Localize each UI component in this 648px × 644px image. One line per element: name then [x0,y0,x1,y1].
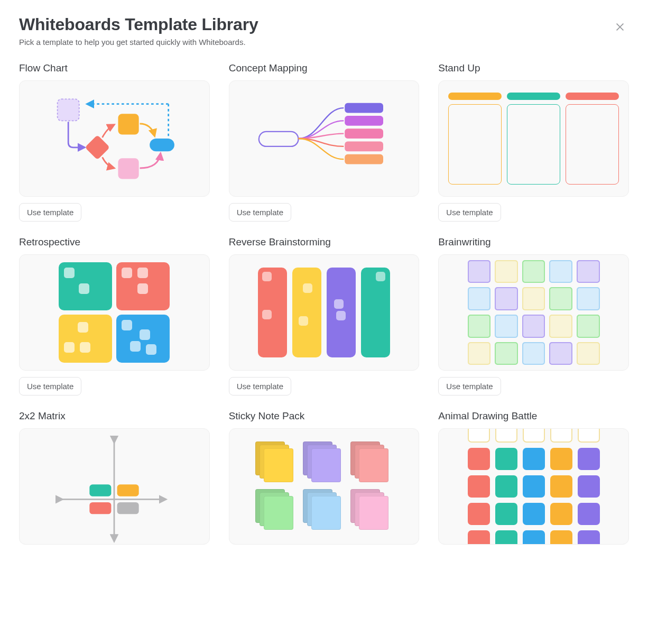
close-button[interactable] [611,18,629,36]
svg-rect-2 [118,114,139,134]
template-title: 2x2 Matrix [19,410,210,422]
svg-rect-4 [150,139,175,151]
template-thumbnail-brainwriting[interactable] [438,254,629,371]
template-grid: Flow Chart [19,62,629,545]
template-thumbnail-retrospective[interactable] [19,254,210,371]
template-card-2x2-matrix: 2x2 Matrix [19,410,210,545]
template-title: Stand Up [438,62,629,74]
template-title: Brainwriting [438,236,629,248]
svg-rect-8 [345,128,383,139]
template-card-reverse-brainstorming: Reverse Brainstorming Use template [229,236,420,395]
template-title: Sticky Note Pack [229,410,420,422]
template-title: Concept Mapping [229,62,420,74]
template-thumbnail-sticky-note-pack[interactable] [229,428,420,545]
template-thumbnail-animal-drawing-battle[interactable] [438,428,629,545]
svg-rect-15 [90,502,112,514]
use-template-button[interactable]: Use template [229,203,291,222]
template-card-concept-mapping: Concept Mapping Use template [229,62,420,222]
template-thumbnail-concept-mapping[interactable] [229,80,420,197]
template-thumbnail-flow-chart[interactable] [19,80,210,197]
page-title: Whiteboards Template Library [19,15,258,34]
template-thumbnail-2x2-matrix[interactable] [19,428,210,545]
svg-rect-1 [85,135,110,160]
svg-rect-6 [345,103,383,113]
template-card-flow-chart: Flow Chart [19,62,210,222]
template-thumbnail-stand-up[interactable] [438,80,629,197]
svg-rect-3 [118,158,139,179]
template-thumbnail-reverse-brainstorming[interactable] [229,254,420,371]
template-card-retrospective: Retrospective Use template [19,236,210,395]
template-title: Reverse Brainstorming [229,236,420,248]
template-title: Retrospective [19,236,210,248]
svg-rect-9 [345,142,383,152]
use-template-button[interactable]: Use template [19,377,81,395]
template-title: Flow Chart [19,62,210,74]
use-template-button[interactable]: Use template [19,203,81,222]
svg-rect-10 [345,154,383,164]
use-template-button[interactable]: Use template [438,203,501,222]
template-title: Animal Drawing Battle [438,410,629,422]
svg-rect-14 [117,484,139,496]
svg-rect-0 [58,99,79,121]
template-card-stand-up: Stand Up Use template [438,62,629,222]
svg-rect-13 [90,484,112,496]
template-card-sticky-note-pack: Sticky Note Pack [229,410,420,545]
close-icon [614,21,626,33]
use-template-button[interactable]: Use template [438,377,501,395]
template-card-brainwriting: Brainwriting Use template [438,236,629,395]
svg-rect-16 [117,502,139,514]
use-template-button[interactable]: Use template [229,377,291,395]
page-subtitle: Pick a template to help you get started … [19,38,258,47]
template-card-animal-drawing-battle: Animal Drawing Battle [438,410,629,545]
svg-rect-7 [345,116,383,126]
svg-rect-5 [259,132,299,146]
